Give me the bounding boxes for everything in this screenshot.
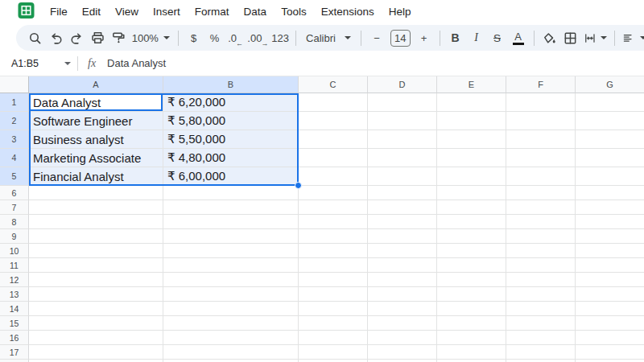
cell-a5[interactable]: Financial Analyst bbox=[29, 167, 163, 186]
cell[interactable] bbox=[299, 287, 368, 302]
row-header[interactable]: 6 bbox=[0, 186, 29, 200]
cell[interactable] bbox=[437, 244, 506, 258]
cell[interactable] bbox=[368, 316, 437, 331]
bold-button[interactable]: B bbox=[445, 27, 466, 48]
cell-a1[interactable]: Data Analyst bbox=[29, 93, 163, 112]
cell[interactable] bbox=[29, 229, 163, 244]
cell[interactable] bbox=[576, 167, 644, 186]
cell-a2[interactable]: Software Engineer bbox=[29, 112, 163, 130]
borders-button[interactable] bbox=[560, 27, 581, 48]
cell[interactable] bbox=[368, 112, 437, 130]
cell[interactable] bbox=[163, 316, 299, 331]
cell[interactable] bbox=[299, 229, 368, 244]
cell[interactable] bbox=[368, 149, 437, 167]
cell[interactable] bbox=[506, 345, 576, 360]
cell[interactable] bbox=[299, 167, 368, 186]
cell[interactable] bbox=[368, 215, 437, 229]
font-size-input[interactable]: 14 bbox=[390, 30, 411, 47]
cell[interactable] bbox=[576, 130, 644, 149]
cell[interactable] bbox=[163, 215, 299, 229]
cell[interactable] bbox=[299, 302, 368, 316]
paint-format-button[interactable] bbox=[108, 27, 129, 48]
row-header[interactable]: 1 bbox=[0, 93, 29, 112]
cell[interactable] bbox=[29, 331, 163, 345]
column-header-c[interactable]: C bbox=[299, 76, 368, 93]
cell[interactable] bbox=[576, 215, 644, 229]
cell[interactable] bbox=[299, 112, 368, 130]
menu-item-format[interactable]: Format bbox=[188, 2, 237, 23]
cell[interactable] bbox=[576, 149, 644, 167]
cell[interactable] bbox=[506, 130, 576, 149]
cell-b1[interactable]: ₹ 6,20,000 bbox=[163, 93, 299, 112]
column-header-b[interactable]: B bbox=[163, 76, 299, 93]
cell[interactable] bbox=[299, 186, 368, 200]
italic-button[interactable]: I bbox=[466, 27, 487, 48]
zoom-select[interactable]: 100% bbox=[129, 27, 173, 48]
cell[interactable] bbox=[368, 186, 437, 200]
row-header[interactable]: 10 bbox=[0, 244, 29, 258]
cell[interactable] bbox=[506, 331, 576, 345]
cell[interactable] bbox=[163, 186, 299, 200]
cell-b4[interactable]: ₹ 4,80,000 bbox=[163, 149, 299, 167]
menu-item-tools[interactable]: Tools bbox=[274, 2, 314, 23]
cell[interactable] bbox=[576, 200, 644, 215]
menu-item-file[interactable]: File bbox=[43, 2, 75, 23]
redo-button[interactable] bbox=[66, 27, 87, 48]
cell[interactable] bbox=[437, 302, 506, 316]
font-family-select[interactable]: Calibri bbox=[301, 27, 356, 48]
cell[interactable] bbox=[299, 316, 368, 331]
cell[interactable] bbox=[437, 345, 506, 360]
cell[interactable] bbox=[163, 258, 299, 273]
cell[interactable] bbox=[506, 186, 576, 200]
cell[interactable] bbox=[163, 287, 299, 302]
column-header-e[interactable]: E bbox=[437, 76, 506, 93]
cell[interactable] bbox=[368, 258, 437, 273]
name-box[interactable]: A1:B5 bbox=[0, 58, 71, 69]
cell[interactable] bbox=[506, 244, 576, 258]
fill-handle[interactable] bbox=[295, 182, 302, 189]
cell[interactable] bbox=[506, 287, 576, 302]
cell[interactable] bbox=[368, 229, 437, 244]
cell[interactable] bbox=[437, 258, 506, 273]
row-header[interactable]: 3 bbox=[0, 130, 29, 149]
row-header[interactable]: 14 bbox=[0, 302, 29, 316]
cell[interactable] bbox=[576, 331, 644, 345]
cell[interactable] bbox=[506, 149, 576, 167]
cell[interactable] bbox=[437, 215, 506, 229]
row-header[interactable]: 8 bbox=[0, 215, 29, 229]
menu-item-extensions[interactable]: Extensions bbox=[314, 2, 382, 23]
currency-format-button[interactable]: $ bbox=[184, 27, 204, 48]
cell[interactable] bbox=[576, 316, 644, 331]
cell[interactable] bbox=[299, 258, 368, 273]
fill-color-button[interactable] bbox=[539, 27, 560, 48]
cell[interactable] bbox=[299, 215, 368, 229]
column-header-g[interactable]: G bbox=[576, 76, 644, 93]
cell[interactable] bbox=[576, 112, 644, 130]
cell[interactable] bbox=[299, 345, 368, 360]
cell[interactable] bbox=[576, 302, 644, 316]
strikethrough-button[interactable]: S bbox=[487, 27, 508, 48]
cell[interactable] bbox=[29, 345, 163, 360]
cell[interactable] bbox=[368, 244, 437, 258]
column-header-a[interactable]: A bbox=[29, 76, 163, 93]
cell[interactable] bbox=[29, 258, 163, 273]
decrease-decimal-button[interactable]: .0← bbox=[225, 27, 246, 48]
cell[interactable] bbox=[437, 186, 506, 200]
sheets-logo-icon[interactable] bbox=[18, 2, 35, 19]
row-header[interactable]: 2 bbox=[0, 112, 29, 130]
cell[interactable] bbox=[368, 93, 437, 112]
cell[interactable] bbox=[368, 302, 437, 316]
cell[interactable] bbox=[29, 287, 163, 302]
row-header[interactable]: 9 bbox=[0, 229, 29, 244]
select-all-corner[interactable] bbox=[0, 76, 29, 93]
cell[interactable] bbox=[437, 130, 506, 149]
cell[interactable] bbox=[576, 186, 644, 200]
merge-cells-button[interactable] bbox=[581, 27, 610, 48]
cell[interactable] bbox=[506, 273, 576, 287]
cell[interactable] bbox=[163, 244, 299, 258]
row-header[interactable]: 17 bbox=[0, 345, 29, 360]
text-color-button[interactable]: A bbox=[508, 27, 529, 48]
cell[interactable] bbox=[299, 93, 368, 112]
row-header[interactable]: 11 bbox=[0, 258, 29, 273]
cell[interactable] bbox=[506, 258, 576, 273]
